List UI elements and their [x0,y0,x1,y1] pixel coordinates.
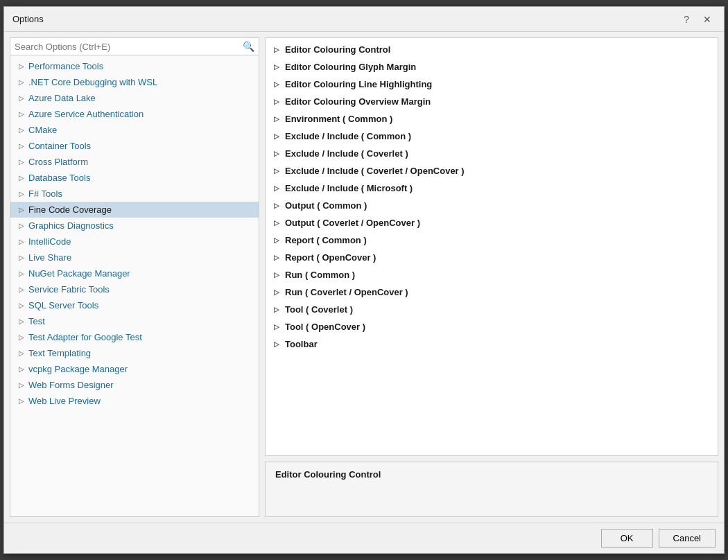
right-list-item[interactable]: ▷Exclude / Include ( Common ) [266,128,718,145]
tree-item[interactable]: ▷Service Fabric Tools [10,281,259,297]
right-list-item[interactable]: ▷Report ( OpenCover ) [266,249,718,266]
dialog-footer: OK Cancel [4,523,724,553]
right-item-label: Exclude / Include ( Coverlet ) [285,148,408,159]
title-bar: Options ? ✕ [4,7,724,32]
chevron-right-icon: ▷ [274,288,279,296]
chevron-right-icon: ▷ [19,206,24,213]
tree-item[interactable]: ▷Azure Data Lake [10,90,259,106]
right-list-item[interactable]: ▷Editor Colouring Control [266,41,718,58]
chevron-right-icon: ▷ [274,98,279,105]
right-item-label: Run ( Common ) [285,270,355,280]
tree-item[interactable]: ▷.NET Core Debugging with WSL [10,74,259,90]
chevron-right-icon: ▷ [274,254,279,261]
chevron-right-icon: ▷ [19,142,24,150]
chevron-right-icon: ▷ [19,286,24,293]
chevron-right-icon: ▷ [19,158,24,166]
tree-item[interactable]: ▷vcpkg Package Manager [10,361,259,377]
tree-item-label: Performance Tools [28,61,103,71]
right-item-label: Editor Colouring Line Highlighting [285,79,432,89]
search-box-container: 🔍 [10,38,259,55]
options-dialog: Options ? ✕ 🔍 ▷Performance Tools▷.NET Co… [3,6,725,554]
right-list-item[interactable]: ▷Editor Colouring Line Highlighting [266,76,718,93]
right-list-item[interactable]: ▷Environment ( Common ) [266,110,718,128]
right-item-label: Environment ( Common ) [285,114,392,124]
search-input[interactable] [15,42,243,52]
right-item-label: Editor Colouring Overview Margin [285,96,431,107]
tree-item[interactable]: ▷Performance Tools [10,58,259,74]
tree-item-label: Test Adapter for Google Test [28,332,142,342]
right-bottom-label: Editor Colouring Control [265,462,718,517]
tree-item[interactable]: ▷Database Tools [10,170,259,186]
right-panel: ▷Editor Colouring Control▷Editor Colouri… [265,37,718,517]
chevron-right-icon: ▷ [274,46,279,53]
tree-item-label: Cross Platform [28,157,88,167]
chevron-right-icon: ▷ [274,80,279,88]
right-list-item[interactable]: ▷Tool ( OpenCover ) [266,318,718,335]
tree-item[interactable]: ▷Live Share [10,250,259,265]
chevron-right-icon: ▷ [274,132,279,140]
tree-item-label: Container Tools [28,141,91,151]
tree-item-label: Service Fabric Tools [28,284,110,295]
selected-item-label: Editor Colouring Control [275,469,381,480]
tree-item[interactable]: ▷IntelliCode [10,234,259,250]
tree-item[interactable]: ▷Azure Service Authentication [10,106,259,122]
right-list-item[interactable]: ▷Output ( Common ) [266,197,718,214]
tree-item[interactable]: ▷Container Tools [10,138,259,154]
chevron-right-icon: ▷ [274,340,279,348]
chevron-right-icon: ▷ [274,306,279,313]
chevron-right-icon: ▷ [19,222,24,229]
tree-item[interactable]: ▷F# Tools [10,186,259,202]
right-item-label: Exclude / Include ( Coverlet / OpenCover… [285,166,465,176]
right-list-item[interactable]: ▷Output ( Coverlet / OpenCover ) [266,214,718,231]
chevron-right-icon: ▷ [19,94,24,102]
tree-item[interactable]: ▷Fine Code Coverage [10,202,259,218]
ok-button[interactable]: OK [601,529,653,548]
chevron-right-icon: ▷ [274,219,279,227]
tree-item[interactable]: ▷SQL Server Tools [10,297,259,313]
right-list-item[interactable]: ▷Editor Colouring Overview Margin [266,93,718,110]
right-list-item[interactable]: ▷Editor Colouring Glyph Margin [266,58,718,76]
tree-item[interactable]: ▷Test Adapter for Google Test [10,329,259,345]
chevron-right-icon: ▷ [274,63,279,71]
tree-item[interactable]: ▷Text Templating [10,345,259,361]
dialog-body: 🔍 ▷Performance Tools▷.NET Core Debugging… [4,32,724,523]
right-list-item[interactable]: ▷Tool ( Coverlet ) [266,301,718,318]
chevron-right-icon: ▷ [19,333,24,341]
right-item-label: Editor Colouring Glyph Margin [285,62,416,72]
tree-item[interactable]: ▷NuGet Package Manager [10,265,259,281]
right-list-item[interactable]: ▷Run ( Common ) [266,266,718,283]
tree-list: ▷Performance Tools▷.NET Core Debugging w… [10,55,259,516]
right-list-item[interactable]: ▷Exclude / Include ( Coverlet ) [266,145,718,162]
tree-item[interactable]: ▷Cross Platform [10,154,259,170]
right-item-label: Report ( Common ) [285,235,367,245]
tree-item-label: Text Templating [28,348,91,358]
search-icon: 🔍 [243,41,254,52]
dialog-title: Options [12,14,44,24]
chevron-right-icon: ▷ [19,317,24,325]
right-item-label: Run ( Coverlet / OpenCover ) [285,287,408,297]
tree-item-label: Live Share [28,252,71,263]
close-button[interactable]: ✕ [699,12,716,26]
chevron-right-icon: ▷ [19,381,24,389]
chevron-right-icon: ▷ [274,167,279,175]
tree-item[interactable]: ▷Graphics Diagnostics [10,218,259,234]
right-list-item[interactable]: ▷Exclude / Include ( Coverlet / OpenCove… [266,162,718,180]
right-list-item[interactable]: ▷Report ( Common ) [266,231,718,249]
help-button[interactable]: ? [679,12,693,26]
right-item-label: Tool ( OpenCover ) [285,322,365,332]
chevron-right-icon: ▷ [274,115,279,123]
tree-item-label: F# Tools [28,189,62,199]
tree-item[interactable]: ▷Web Live Preview [10,393,259,409]
tree-item[interactable]: ▷CMake [10,122,259,138]
chevron-right-icon: ▷ [19,349,24,357]
right-list-item[interactable]: ▷Run ( Coverlet / OpenCover ) [266,283,718,301]
chevron-right-icon: ▷ [274,236,279,244]
chevron-right-icon: ▷ [19,62,24,70]
cancel-button[interactable]: Cancel [659,529,716,548]
tree-item[interactable]: ▷Test [10,313,259,329]
right-item-label: Exclude / Include ( Microsoft ) [285,183,413,193]
right-item-label: Output ( Common ) [285,200,367,211]
tree-item[interactable]: ▷Web Forms Designer [10,377,259,393]
right-list-item[interactable]: ▷Exclude / Include ( Microsoft ) [266,180,718,197]
right-list-item[interactable]: ▷Toolbar [266,335,718,353]
